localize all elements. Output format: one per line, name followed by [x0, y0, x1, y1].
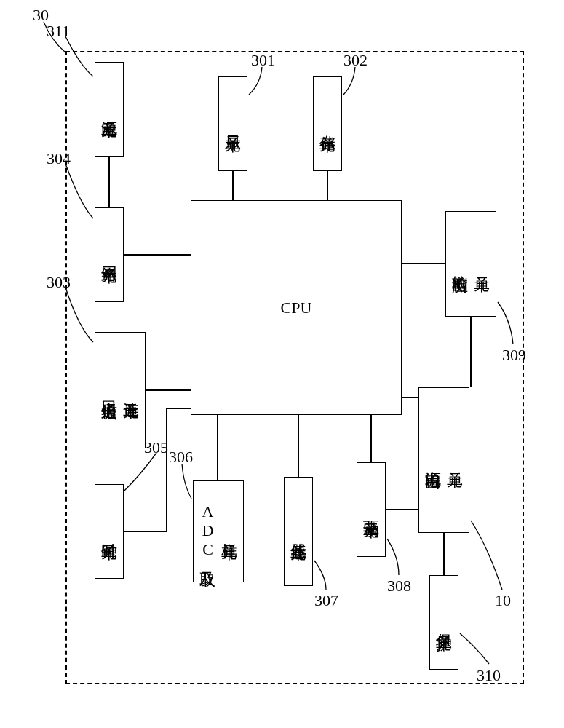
drive-block: 驱动单元: [357, 462, 386, 557]
serial-label-1: 串口通信级: [98, 389, 120, 392]
display-label: 显示单元: [222, 122, 244, 125]
network-label: 网络单元: [98, 253, 120, 256]
ref-clock: 305: [144, 438, 168, 457]
conn: [166, 408, 191, 409]
conn: [124, 531, 167, 532]
ref-adc: 306: [169, 448, 193, 467]
ref-power-out: 10: [495, 591, 511, 610]
conn: [443, 533, 445, 575]
ref-network: 304: [47, 149, 71, 168]
sensor-label: 传感器单元: [287, 530, 309, 534]
serial-label-2: 连单元: [120, 389, 142, 392]
output-detect-block: 输出检测 单元: [445, 211, 496, 317]
clock-label: 时钟单元: [98, 530, 120, 533]
ref-drive: 308: [387, 577, 411, 596]
network-block: 网络单元: [95, 207, 124, 302]
cpu-block: CPU: [191, 200, 402, 415]
power-in-block: 电源单元: [95, 62, 124, 157]
power-in-label: 电源单元: [98, 108, 120, 111]
adc-block: ADC及取 样单元: [193, 480, 244, 582]
ref-output-detect: 309: [502, 346, 526, 365]
cpu-label: CPU: [281, 298, 312, 317]
ref-display: 301: [251, 51, 275, 70]
adc-label-1: ADC及取: [196, 502, 218, 561]
storage-block: 存储单元: [313, 76, 342, 171]
power-out-block: 电源输出 单元: [418, 387, 469, 533]
ref-serial: 303: [47, 273, 71, 292]
conn: [370, 415, 372, 462]
sensor-block: 传感器单元: [284, 477, 313, 586]
conn: [166, 408, 167, 532]
power-out-label-1: 电源输出: [422, 459, 444, 462]
conn: [386, 509, 418, 510]
storage-label: 存储单元: [317, 122, 338, 125]
conn: [108, 157, 110, 207]
conn: [232, 171, 234, 200]
clock-block: 时钟单元: [95, 484, 124, 579]
power-out-label-2: 单元: [444, 459, 466, 461]
output-detect-label-2: 单元: [471, 264, 493, 265]
diagram-canvas: CPU 显示单元 存储单元 电源单元 网络单元 串口通信级 连单元 时钟单元 A…: [0, 0, 564, 728]
ref-power-in: 311: [47, 22, 70, 41]
protect-block: 保护单元: [429, 575, 458, 670]
conn: [124, 254, 191, 256]
conn: [327, 171, 328, 200]
ref-sensor: 307: [314, 591, 338, 610]
conn: [146, 389, 191, 391]
drive-label: 驱动单元: [360, 508, 382, 511]
display-block: 显示单元: [218, 76, 247, 171]
conn: [298, 415, 299, 477]
conn: [470, 317, 472, 387]
output-detect-label-1: 输出检测: [449, 263, 471, 266]
adc-label-2: 样单元: [218, 531, 240, 533]
conn: [402, 397, 418, 398]
ref-storage: 302: [343, 51, 368, 70]
conn: [217, 415, 218, 480]
protect-label: 保护单元: [433, 621, 455, 624]
conn: [402, 263, 445, 264]
ref-protect: 310: [477, 666, 501, 685]
serial-block: 串口通信级 连单元: [95, 332, 146, 448]
